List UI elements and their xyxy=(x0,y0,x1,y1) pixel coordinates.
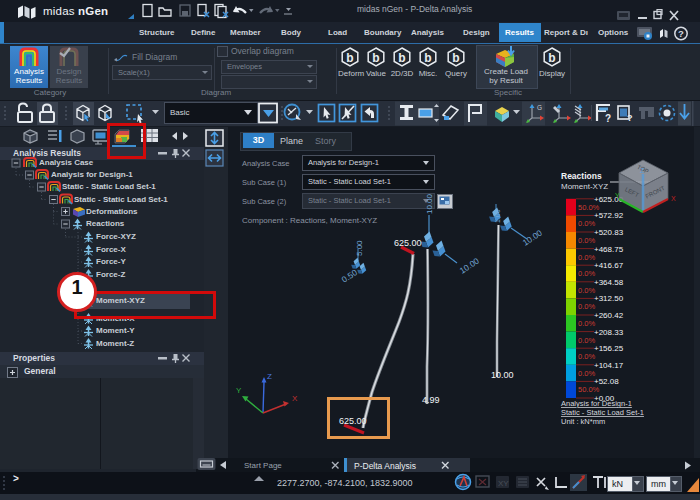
svg-text:+572.92: +572.92 xyxy=(594,211,624,220)
svg-text:+260.42: +260.42 xyxy=(594,311,624,320)
svg-text:b: b xyxy=(424,51,431,65)
svg-text:0.0%: 0.0% xyxy=(578,269,595,278)
svg-text:?: ? xyxy=(627,113,633,123)
svg-text:Z: Z xyxy=(267,372,272,381)
svg-text:XY: XY xyxy=(498,479,509,488)
svg-text:10.00: 10.00 xyxy=(491,370,514,380)
svg-text:Analysis for Design-1: Analysis for Design-1 xyxy=(561,399,632,408)
svg-text:+312.50: +312.50 xyxy=(594,294,624,303)
svg-text:+208.33: +208.33 xyxy=(594,328,624,337)
svg-text:0.50: 0.50 xyxy=(340,267,360,285)
svg-text:G: G xyxy=(537,104,542,111)
svg-text:50.0%: 50.0% xyxy=(578,203,600,212)
svg-text:X: X xyxy=(671,195,676,202)
svg-text:Y: Y xyxy=(236,386,242,395)
svg-text:X: X xyxy=(292,394,298,403)
svg-text:0.0%: 0.0% xyxy=(578,319,595,328)
svg-text:0.0%: 0.0% xyxy=(578,302,595,311)
svg-text:1.00: 1.00 xyxy=(494,209,501,223)
svg-text:0.0%: 0.0% xyxy=(578,286,595,295)
svg-text:b: b xyxy=(346,51,353,65)
svg-text:4.99: 4.99 xyxy=(422,395,440,405)
svg-text:0.0%: 0.0% xyxy=(578,352,595,361)
svg-text:0.0%: 0.0% xyxy=(578,219,595,228)
svg-text:b: b xyxy=(398,51,405,65)
svg-text:Moment-XYZ: Moment-XYZ xyxy=(561,182,608,191)
svg-text:Unit : kN*mm: Unit : kN*mm xyxy=(561,417,605,426)
svg-text:Z: Z xyxy=(640,167,645,174)
svg-text:0.0%: 0.0% xyxy=(578,236,595,245)
svg-text:10.00: 10.00 xyxy=(458,256,482,276)
svg-text:+520.83: +520.83 xyxy=(594,228,624,237)
svg-text:Static - Static Load Set-1: Static - Static Load Set-1 xyxy=(561,408,644,417)
svg-text:5.00: 5.00 xyxy=(355,240,364,256)
svg-text:+156.25: +156.25 xyxy=(594,344,624,353)
svg-text:+468.75: +468.75 xyxy=(594,245,624,254)
svg-text:10.00: 10.00 xyxy=(425,193,434,214)
svg-text:?: ? xyxy=(605,113,611,124)
svg-text:b: b xyxy=(452,51,459,65)
svg-text:Reactions: Reactions xyxy=(561,171,602,181)
svg-text:625.00: 625.00 xyxy=(394,238,422,248)
svg-text:0.0%: 0.0% xyxy=(578,369,595,378)
svg-text:+416.67: +416.67 xyxy=(594,261,624,270)
svg-text:+104.17: +104.17 xyxy=(594,361,624,370)
svg-text:0.0%: 0.0% xyxy=(578,253,595,262)
svg-text:0.0%: 0.0% xyxy=(578,336,595,345)
svg-text:50.0%: 50.0% xyxy=(578,385,600,394)
svg-text:Y: Y xyxy=(615,192,620,199)
svg-text:b: b xyxy=(372,51,379,65)
svg-text:10.00: 10.00 xyxy=(521,228,545,248)
svg-text:+364.58: +364.58 xyxy=(594,278,624,287)
svg-text:b: b xyxy=(548,51,555,65)
svg-text:?: ? xyxy=(678,28,684,39)
